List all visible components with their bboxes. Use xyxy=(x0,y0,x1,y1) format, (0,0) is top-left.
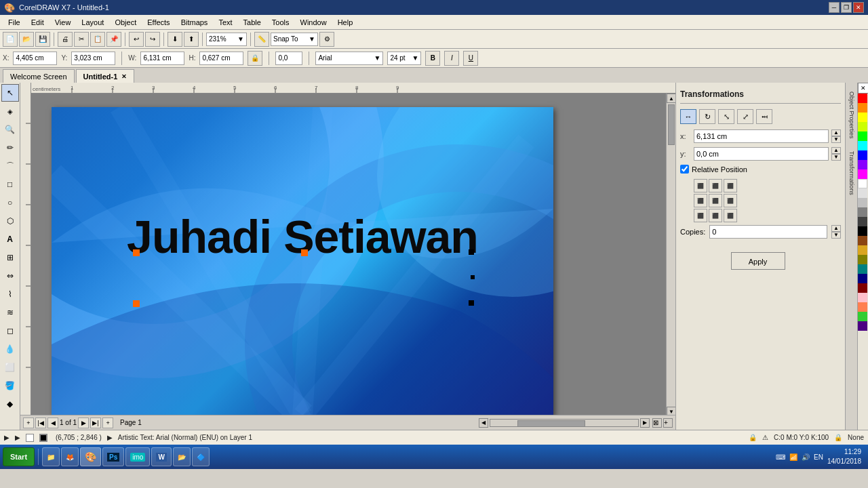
color-swatch-pink[interactable] xyxy=(858,293,867,302)
tool-dimension[interactable]: ⇔ xyxy=(1,267,19,285)
snap-button[interactable]: 📏 xyxy=(254,32,269,47)
relative-position-label[interactable]: Relative Position xyxy=(692,165,747,174)
color-swatch-white[interactable] xyxy=(858,179,867,188)
color-swatch-indigo[interactable] xyxy=(858,321,867,331)
tool-zoom[interactable]: 🔍 xyxy=(1,121,19,138)
menu-effects[interactable]: Effects xyxy=(142,17,175,28)
underline-button[interactable]: U xyxy=(463,51,478,66)
first-page-button[interactable]: |◀ xyxy=(35,418,46,428)
last-page-button[interactable]: ▶| xyxy=(90,418,101,428)
tool-polygon[interactable]: ⬡ xyxy=(1,212,19,230)
taskbar-program[interactable]: 🔷 xyxy=(192,447,210,466)
tab-welcome[interactable]: Welcome Screen xyxy=(3,69,75,83)
taskbar-firefox[interactable]: 🦊 xyxy=(61,447,79,466)
color-swatch-gold[interactable] xyxy=(858,245,867,255)
selection-handle-tr[interactable] xyxy=(469,249,474,255)
scroll-right-button[interactable]: ▶ xyxy=(640,418,650,428)
tab-untitled1[interactable]: Untitled-1 ✕ xyxy=(76,69,135,83)
fontsize-dropdown[interactable]: 24 pt ▼ xyxy=(387,52,421,65)
scroll-left-button[interactable]: ◀ xyxy=(479,418,488,428)
redo-button[interactable]: ↪ xyxy=(145,32,160,47)
color-swatch-maroon[interactable] xyxy=(858,283,867,293)
y-spin-down[interactable]: ▼ xyxy=(831,154,841,161)
copies-spin-down[interactable]: ▼ xyxy=(831,232,841,239)
add-page-button[interactable]: + xyxy=(23,418,34,428)
lock-ratio-button[interactable]: 🔒 xyxy=(248,51,262,66)
tool-table[interactable]: ⊞ xyxy=(1,249,19,266)
color-swatch-cyan[interactable] xyxy=(858,141,867,150)
x-spin-up[interactable]: ▲ xyxy=(831,129,841,136)
y-spin-up[interactable]: ▲ xyxy=(831,147,841,154)
export-button[interactable]: ⬆ xyxy=(184,32,199,47)
color-swatch-green[interactable] xyxy=(858,131,867,141)
copies-spin-up[interactable]: ▲ xyxy=(831,225,841,232)
tool-interactive[interactable]: ◆ xyxy=(1,395,19,413)
color-swatch-purple[interactable] xyxy=(858,160,867,169)
menu-help[interactable]: Help xyxy=(332,17,359,28)
tool-transparency[interactable]: ◻ xyxy=(1,322,19,340)
tool-node[interactable]: ◈ xyxy=(1,102,19,120)
tool-rectangle[interactable]: □ xyxy=(1,176,19,193)
pos-tc[interactable]: ⬛ xyxy=(709,179,722,192)
prev-page-button[interactable]: ◀ xyxy=(47,418,58,428)
w-input[interactable] xyxy=(140,52,184,65)
taskbar-explorer[interactable]: 📁 xyxy=(42,447,60,466)
zoom-fit-button[interactable]: ⊠ xyxy=(652,418,662,428)
menu-table[interactable]: Table xyxy=(238,17,267,28)
no-fill-swatch[interactable]: ✕ xyxy=(858,83,868,94)
canvas-area[interactable]: centimeters 1 2 3 4 5 6 xyxy=(20,83,675,415)
menu-view[interactable]: View xyxy=(50,17,77,28)
rotate-input[interactable] xyxy=(275,52,302,65)
color-swatch-red[interactable] xyxy=(858,94,867,103)
pos-tl[interactable]: ⬛ xyxy=(694,179,707,192)
x-input[interactable] xyxy=(13,52,57,65)
h-input[interactable] xyxy=(199,52,243,65)
scroll-thumb-v[interactable] xyxy=(668,104,675,145)
selection-handle-bl[interactable] xyxy=(133,300,140,307)
x-spin-down[interactable]: ▼ xyxy=(831,136,841,143)
color-swatch-orange[interactable] xyxy=(858,103,867,113)
transform-position-button[interactable]: ↔ xyxy=(680,109,696,124)
x-field-input[interactable] xyxy=(694,129,829,143)
tool-blend[interactable]: ≋ xyxy=(1,304,19,321)
taskbar-imo[interactable]: imo xyxy=(125,447,150,466)
selection-handle-mr[interactable] xyxy=(471,275,475,279)
color-swatch-brown[interactable] xyxy=(858,236,867,245)
copies-input[interactable] xyxy=(709,225,827,239)
new-button[interactable]: 📄 xyxy=(3,32,18,47)
relative-position-checkbox[interactable] xyxy=(680,165,689,174)
menu-layout[interactable]: Layout xyxy=(76,17,109,28)
color-swatch-magenta[interactable] xyxy=(858,169,867,179)
tool-fill[interactable]: 🪣 xyxy=(1,377,19,394)
pos-bl[interactable]: ⬛ xyxy=(694,209,707,222)
color-swatch-blue[interactable] xyxy=(858,150,867,160)
scroll-up-button[interactable]: ▲ xyxy=(667,94,675,103)
transform-size-button[interactable]: ⤢ xyxy=(737,109,753,124)
bold-button[interactable]: B xyxy=(425,51,440,66)
transform-scale-button[interactable]: ⤡ xyxy=(718,109,734,124)
import-button[interactable]: ⬇ xyxy=(167,32,182,47)
tool-ellipse[interactable]: ○ xyxy=(1,194,19,211)
tool-connector[interactable]: ⌇ xyxy=(1,285,19,303)
color-swatch-yellow[interactable] xyxy=(858,113,867,122)
color-swatch-lgray[interactable] xyxy=(858,188,867,198)
tool-eyedropper[interactable]: 💧 xyxy=(1,340,19,358)
copy-button[interactable]: 📋 xyxy=(90,32,105,47)
paste-button[interactable]: 📌 xyxy=(106,32,121,47)
close-button[interactable]: ✕ xyxy=(853,2,864,13)
scroll-thumb-h[interactable] xyxy=(517,420,585,427)
tool-smart[interactable]: ⌒ xyxy=(1,157,19,175)
undo-button[interactable]: ↩ xyxy=(129,32,144,47)
taskbar-word[interactable]: W xyxy=(151,447,171,466)
font-dropdown[interactable]: Arial ▼ xyxy=(315,52,383,65)
color-swatch-mgray[interactable] xyxy=(858,207,867,217)
menu-object[interactable]: Object xyxy=(109,17,142,28)
save-button[interactable]: 💾 xyxy=(35,32,50,47)
color-swatch-lime[interactable] xyxy=(858,312,867,321)
start-button[interactable]: Start xyxy=(3,447,35,466)
color-swatch-teal[interactable] xyxy=(858,264,867,274)
hscroll-track[interactable] xyxy=(490,419,639,427)
color-swatch-yellow2[interactable] xyxy=(858,122,867,131)
selection-handle-br[interactable] xyxy=(469,300,474,306)
print-button[interactable]: 🖨 xyxy=(58,32,73,47)
